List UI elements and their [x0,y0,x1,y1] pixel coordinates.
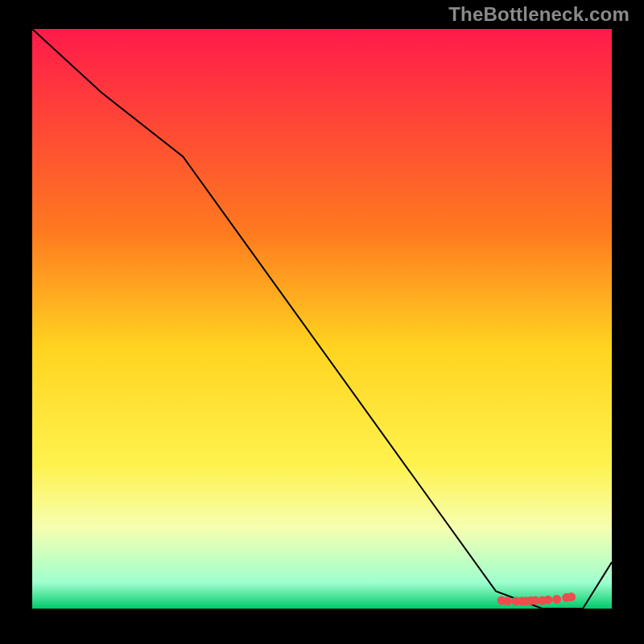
plot-background [32,29,612,609]
chart-frame: TheBottleneck.com [0,0,644,644]
plot-area [32,29,612,609]
marker-point [543,596,552,605]
marker-point [552,595,561,604]
plot-svg [32,29,612,609]
watermark-label: TheBottleneck.com [448,3,630,26]
marker-point [503,597,512,605]
marker-point [567,592,576,601]
